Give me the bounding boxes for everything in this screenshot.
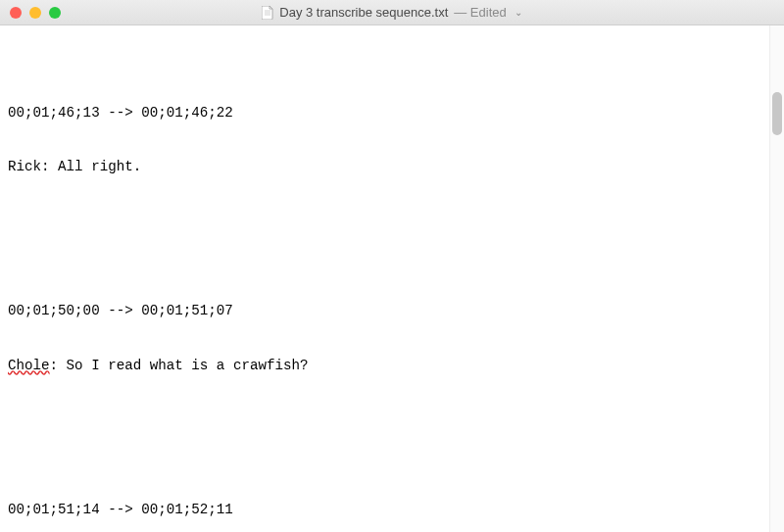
transcript-text: Rick: All right.	[8, 158, 774, 175]
minimize-button[interactable]	[29, 7, 41, 19]
chevron-down-icon: ⌄	[514, 7, 522, 18]
timestamp: 00;01;46;13 --> 00;01;46;22	[8, 104, 774, 121]
window-title: Day 3 transcribe sequence.txt	[279, 5, 448, 20]
maximize-button[interactable]	[49, 7, 61, 19]
content-wrap: 00;01;46;13 --> 00;01;46;22 Rick: All ri…	[0, 25, 784, 532]
document-icon	[262, 6, 273, 20]
timestamp: 00;01;50;00 --> 00;01;51;07	[8, 302, 774, 319]
transcript-text: Chole: So I read what is a crawfish?	[8, 357, 774, 374]
scrollbar-thumb[interactable]	[772, 92, 782, 135]
transcript-entry: 00;01;51;14 --> 00;01;52;11 What does th…	[8, 464, 774, 532]
scrollbar-track[interactable]	[769, 25, 784, 532]
transcript-entry: 00;01;46;13 --> 00;01;46;22 Rick: All ri…	[8, 68, 774, 213]
transcript-entry: 00;01;50;00 --> 00;01;51;07 Chole: So I …	[8, 266, 774, 411]
traffic-lights	[10, 7, 61, 19]
timestamp: 00;01;51;14 --> 00;01;52;11	[8, 501, 774, 518]
window-title-group[interactable]: Day 3 transcribe sequence.txt — Edited ⌄	[8, 5, 776, 20]
close-button[interactable]	[10, 7, 22, 19]
edited-label: — Edited	[454, 5, 506, 20]
text-editor-content[interactable]: 00;01;46;13 --> 00;01;46;22 Rick: All ri…	[0, 25, 784, 532]
window-titlebar: Day 3 transcribe sequence.txt — Edited ⌄	[0, 0, 784, 25]
spellcheck-error[interactable]: Chole	[8, 358, 50, 373]
transcript-text-rest: : So I read what is a crawfish?	[50, 358, 309, 373]
